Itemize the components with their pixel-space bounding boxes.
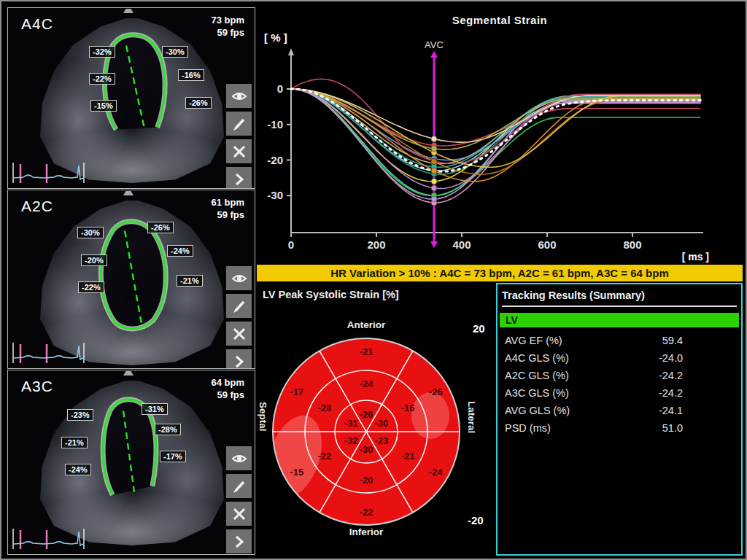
colorbar-min-label: -20 [468,514,484,526]
svg-text:600: 600 [538,238,556,251]
svg-text:-24: -24 [360,378,374,389]
strain-value-label: -30% [77,227,104,238]
echo-panel-a2c[interactable]: A2C 61 bpm 59 fps -30% -20% -22% -26% -2… [7,190,255,369]
segmental-strain-chart: Segmental Strain [ % ] 0-10-20-300200400… [257,7,743,264]
approve-next-button[interactable] [226,167,252,189]
hr-variation-warning: HR Variation > 10% : A4C = 73 bpm, A2C =… [257,265,743,281]
svg-text:-30: -30 [360,444,374,455]
strain-value-label: -20% [81,254,107,266]
svg-text:-31: -31 [344,418,358,429]
edit-contour-button[interactable] [226,294,252,318]
bpm-value: 73 bpm [211,14,244,26]
tracking-result-row: A2C GLS (%)-24.2 [498,367,741,384]
view-toggle-button[interactable] [226,84,252,108]
x-axis-unit: [ ms ] [682,251,709,262]
strain-value-label: -17% [160,451,186,462]
delete-button[interactable] [226,139,252,163]
tracking-result-row: AVG EF (%)59.4 [498,332,741,349]
svg-text:-21: -21 [360,346,374,357]
tracking-results-rows: AVG EF (%)59.4A4C GLS (%)-24.0A2C GLS (%… [498,332,741,437]
view-toggle-button[interactable] [226,446,252,470]
result-label: AVG GLS (%) [505,403,617,419]
fps-value: 59 fps [211,209,244,221]
svg-text:-24: -24 [429,467,444,478]
svg-text:200: 200 [367,238,385,251]
close-icon [231,144,247,159]
svg-text:-20: -20 [360,475,374,486]
svg-text:-26: -26 [360,409,374,420]
svg-text:400: 400 [452,238,471,251]
strain-value-label: -23% [67,409,93,421]
view-toggle-button[interactable] [226,266,252,290]
fps-value: 59 fps [211,26,244,39]
delete-button[interactable] [226,322,252,346]
colorbar-max-label: 20 [473,322,485,335]
svg-text:-32: -32 [344,435,358,446]
strain-curves-plot: 0-10-20-300200400600800AVC [257,7,743,264]
strain-value-label: -30% [162,46,188,58]
svg-text:-20: -20 [267,154,283,166]
inferior-label: Inferior [349,526,384,537]
approve-next-button[interactable] [226,529,252,553]
strain-value-label: -31% [142,403,168,415]
echo-views-column: A4C 73 bpm 59 fps -32% -22% -15% -30% -1… [7,7,255,556]
svg-text:-10: -10 [267,118,283,131]
svg-text:0: 0 [288,238,294,251]
delete-button[interactable] [226,502,252,526]
result-label: A4C GLS (%) [505,351,617,366]
chevron-right-icon [231,354,247,369]
result-value: -24.1 [617,403,683,419]
selected-chamber-row[interactable]: LV [500,313,739,327]
rate-info: 73 bpm 59 fps [211,14,244,39]
chevron-right-icon [231,534,247,549]
view-label: A3C [21,378,53,395]
tracking-results-title: Tracking Results (Summary) [502,289,737,307]
panel-toolbar [226,446,252,553]
strain-value-label: -21% [61,437,88,448]
strain-value-label: -26% [147,222,174,233]
panel-toolbar [226,266,252,369]
svg-text:0: 0 [277,82,283,95]
eye-icon [231,271,247,286]
strain-value-label: -22% [89,73,115,85]
strain-value-label: -32% [89,46,115,58]
tracking-result-row: PSD (ms)51.0 [498,419,741,437]
result-value: -24.2 [617,368,683,384]
septal-label: Septal [258,402,268,432]
strain-value-label: -21% [177,275,203,287]
echo-panel-a3c[interactable]: A3C 64 bpm 59 fps -23% -21% -24% -31% -2… [7,370,255,555]
svg-text:-21: -21 [401,451,415,462]
strain-value-label: -26% [185,97,212,109]
anterior-label: Anterior [347,319,386,330]
eye-icon [231,89,247,104]
approve-next-button[interactable] [226,349,252,369]
result-value: 51.0 [617,421,683,436]
svg-text:-22: -22 [360,507,374,518]
svg-text:AVC: AVC [425,39,444,50]
edit-contour-button[interactable] [226,112,252,136]
svg-text:-30: -30 [374,418,388,429]
result-value: -24.0 [617,351,683,366]
edit-contour-button[interactable] [226,474,252,498]
result-value: 59.4 [617,333,683,349]
svg-text:-28: -28 [317,402,331,413]
svg-text:-22: -22 [317,451,331,462]
svg-text:800: 800 [623,238,641,251]
strain-analysis-screen: A4C 73 bpm 59 fps -32% -22% -15% -30% -1… [0,0,747,560]
eye-icon [231,451,247,466]
svg-text:-17: -17 [290,386,303,397]
ecg-trace [12,521,86,551]
fps-value: 59 fps [211,389,244,401]
bpm-value: 64 bpm [211,376,244,389]
strain-value-label: -16% [178,69,204,81]
strain-value-label: -24% [65,464,91,475]
chevron-right-icon [231,172,247,187]
rate-info: 61 bpm 59 fps [211,196,244,221]
close-icon [231,507,247,521]
result-value: -24.2 [617,386,683,401]
echo-panel-a4c[interactable]: A4C 73 bpm 59 fps -32% -22% -15% -30% -1… [7,7,255,189]
strain-value-label: -24% [167,245,193,257]
svg-text:-26: -26 [429,386,443,397]
tracking-result-row: AVG GLS (%)-24.1 [498,402,741,419]
tracking-result-row: A3C GLS (%)-24.2 [498,384,741,402]
